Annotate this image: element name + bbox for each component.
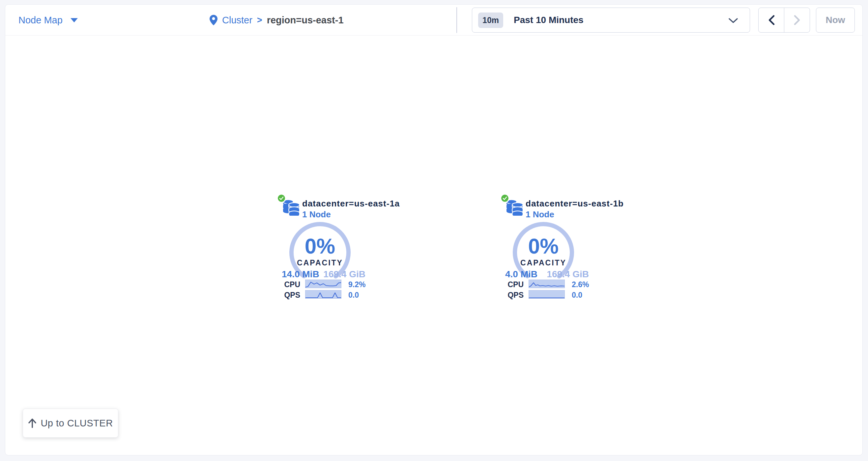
capacity-percent: 0% — [287, 234, 353, 259]
metric-label: QPS — [276, 291, 300, 300]
metric-value: 2.6% — [572, 280, 589, 289]
datacenter-title: datacenter=us-east-1a — [302, 199, 400, 209]
sparkline-chart — [529, 280, 564, 288]
node-count: 1 Node — [526, 209, 554, 220]
metric-row-cpu: CPU 2.6% — [494, 279, 593, 289]
metric-value: 9.2% — [348, 280, 366, 289]
capacity-percent: 0% — [510, 234, 576, 259]
time-nav-group — [758, 7, 810, 33]
qps-sparkline — [305, 290, 341, 299]
view-selector-dropdown[interactable]: Node Map — [19, 5, 78, 36]
breadcrumb-current: region=us-east-1 — [267, 15, 344, 26]
main-panel: Node Map Cluster > region=us-east-1 10m … — [5, 4, 863, 455]
breadcrumb-cluster-link[interactable]: Cluster — [222, 15, 252, 26]
qps-sparkline — [529, 290, 565, 299]
capacity-used: 14.0 MiB — [282, 269, 319, 279]
check-circle-icon — [501, 195, 508, 202]
chevron-right-icon — [793, 15, 801, 25]
check-circle-icon — [278, 195, 285, 202]
capacity-label: CAPACITY — [287, 259, 353, 267]
location-pin-icon — [210, 15, 217, 25]
cpu-sparkline — [529, 279, 565, 288]
up-to-cluster-label: Up to CLUSTER — [40, 418, 113, 429]
node-count: 1 Node — [302, 209, 331, 220]
view-selector-label: Node Map — [19, 15, 63, 26]
metric-row-cpu: CPU 9.2% — [271, 279, 369, 289]
metric-label: CPU — [499, 280, 524, 289]
metric-value: 0.0 — [348, 291, 359, 300]
capacity-usage-row: 14.0 MiB 169.4 GiB — [282, 269, 366, 279]
capacity-total: 169.4 GiB — [323, 269, 366, 279]
caret-down-icon — [70, 18, 78, 22]
database-stack-icon — [282, 199, 300, 216]
sparkline-chart — [306, 280, 341, 288]
header-divider — [457, 7, 457, 33]
datacenter-title: datacenter=us-east-1b — [526, 199, 624, 209]
chevron-down-icon — [728, 18, 738, 23]
sparkline-chart — [306, 290, 341, 298]
time-range-badge: 10m — [478, 12, 503, 28]
metric-row-qps: QPS 0.0 — [271, 290, 369, 299]
time-range-dropdown[interactable]: 10m Past 10 Minutes — [472, 7, 750, 33]
time-back-button[interactable] — [758, 8, 784, 32]
now-button[interactable]: Now — [816, 7, 855, 33]
node-map-page: Node Map Cluster > region=us-east-1 10m … — [0, 0, 868, 461]
datacenter-card-us-east-1b[interactable]: datacenter=us-east-1b 1 Node 0% CAPACITY… — [494, 194, 593, 304]
time-forward-button[interactable] — [784, 8, 810, 32]
capacity-total: 169.4 GiB — [547, 269, 589, 279]
arrow-up-icon — [28, 418, 37, 428]
capacity-usage-row: 4.0 MiB 169.4 GiB — [505, 269, 589, 279]
time-range-label: Past 10 Minutes — [514, 15, 584, 25]
cpu-sparkline — [305, 279, 341, 288]
metric-label: CPU — [276, 280, 300, 289]
database-stack-icon — [506, 199, 524, 216]
chevron-left-icon — [768, 15, 775, 25]
metric-row-qps: QPS 0.0 — [494, 290, 593, 299]
up-to-cluster-button[interactable]: Up to CLUSTER — [23, 409, 118, 438]
capacity-label: CAPACITY — [510, 259, 576, 267]
metric-label: QPS — [499, 291, 524, 300]
breadcrumb: Cluster > region=us-east-1 — [210, 5, 344, 36]
breadcrumb-separator: > — [257, 15, 262, 25]
datacenter-card-us-east-1a[interactable]: datacenter=us-east-1a 1 Node 0% CAPACITY… — [271, 194, 369, 304]
metric-value: 0.0 — [572, 291, 582, 300]
top-bar: Node Map Cluster > region=us-east-1 10m … — [5, 5, 862, 36]
capacity-used: 4.0 MiB — [505, 269, 537, 279]
sparkline-chart — [529, 290, 564, 298]
